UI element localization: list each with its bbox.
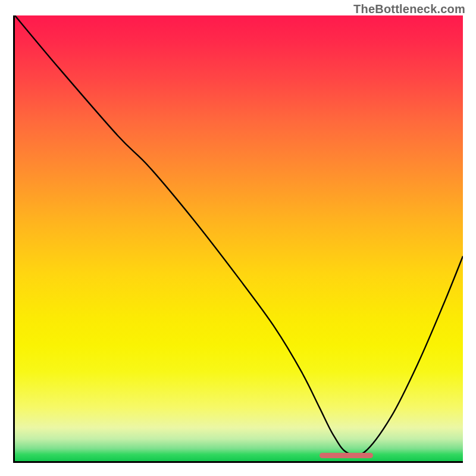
bottleneck-curve-path: [15, 15, 463, 456]
optimal-range-marker: [320, 453, 373, 458]
curve-svg: [15, 15, 463, 461]
watermark-text: TheBottleneck.com: [353, 2, 465, 16]
plot-area: [15, 15, 463, 461]
